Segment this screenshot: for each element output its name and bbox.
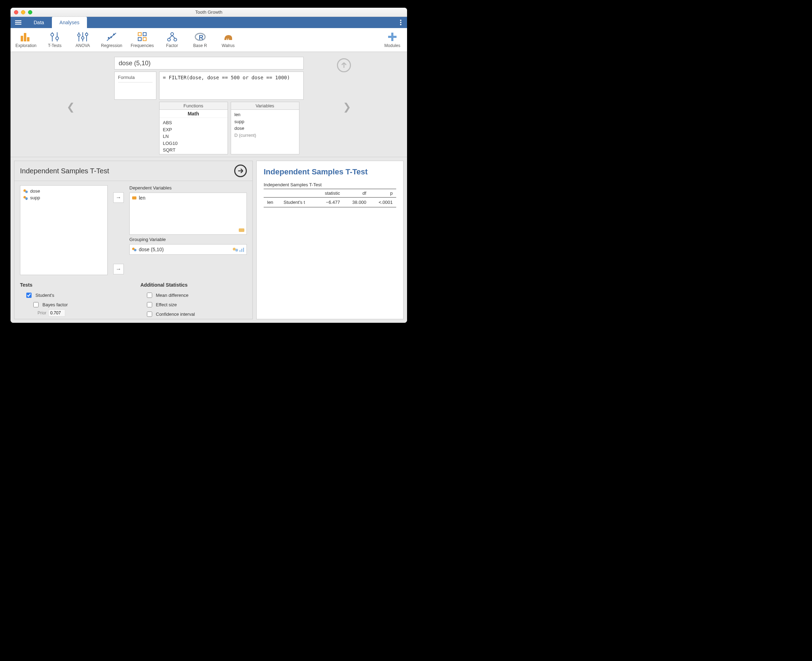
nominal-text-icon: a bbox=[23, 195, 28, 200]
svg-point-3 bbox=[400, 20, 401, 21]
results-table-title: Independent Samples T-Test bbox=[264, 182, 396, 187]
svg-point-21 bbox=[110, 36, 112, 38]
col-df: df bbox=[344, 189, 370, 198]
tool-anova[interactable]: ANOVA bbox=[73, 32, 92, 48]
nominal-icon bbox=[23, 189, 28, 194]
main-menu-button[interactable] bbox=[11, 17, 26, 28]
svg-line-30 bbox=[169, 35, 172, 38]
tool-baser[interactable]: R Base R bbox=[190, 32, 210, 48]
tab-analyses[interactable]: Analyses bbox=[52, 17, 87, 28]
check-meandiff[interactable]: Mean difference bbox=[140, 291, 247, 300]
variable-item[interactable]: supp bbox=[234, 118, 296, 125]
students-checkbox[interactable] bbox=[26, 292, 32, 298]
meandiff-checkbox[interactable] bbox=[147, 292, 152, 298]
svg-rect-51 bbox=[243, 248, 244, 252]
results-heading: Independent Samples T-Test bbox=[264, 168, 396, 176]
formula-code-input[interactable]: = FILTER(dose, dose == 500 or dose == 10… bbox=[159, 72, 304, 100]
tool-frequencies[interactable]: Frequencies bbox=[131, 32, 154, 48]
svg-point-47 bbox=[233, 248, 236, 251]
grouping-variable-slot[interactable]: dose (5,10) bbox=[129, 244, 247, 255]
svg-rect-1 bbox=[15, 22, 21, 23]
prev-variable-button[interactable]: ❮ bbox=[67, 101, 75, 113]
variable-name-input[interactable]: dose (5,10) bbox=[114, 57, 304, 69]
function-item[interactable]: EXP bbox=[163, 126, 224, 133]
prior-input[interactable] bbox=[48, 310, 65, 316]
analysis-toolbar: Exploration T-Tests ANOVA Regression bbox=[11, 28, 407, 52]
function-item[interactable]: LN bbox=[163, 133, 224, 140]
function-item[interactable]: ABS bbox=[163, 119, 224, 126]
zoom-window-button[interactable] bbox=[28, 10, 32, 14]
dependent-variables-slot[interactable]: len bbox=[129, 193, 247, 235]
svg-rect-7 bbox=[24, 33, 26, 42]
ribbon-tabs: Data Analyses bbox=[11, 17, 407, 28]
check-effsize[interactable]: Effect size bbox=[140, 300, 247, 310]
svg-point-29 bbox=[174, 38, 177, 41]
move-to-grouping-button[interactable]: → bbox=[113, 264, 124, 275]
bar-chart-icon bbox=[20, 32, 32, 42]
anova-icon bbox=[77, 32, 89, 42]
continuous-type-icon bbox=[239, 227, 244, 233]
move-to-dependent-button[interactable]: → bbox=[113, 192, 124, 203]
check-students[interactable]: Student's bbox=[20, 291, 127, 300]
variable-item[interactable]: dose bbox=[234, 125, 296, 132]
effsize-checkbox[interactable] bbox=[147, 302, 152, 307]
variables-panel: Variables len supp dose D (current) bbox=[231, 102, 299, 154]
svg-point-28 bbox=[167, 38, 170, 41]
col-p: p bbox=[370, 189, 396, 198]
check-bayes[interactable]: Bayes factor bbox=[20, 300, 127, 310]
function-item[interactable]: LOG10 bbox=[163, 140, 224, 147]
svg-rect-0 bbox=[15, 20, 21, 21]
svg-point-20 bbox=[108, 37, 110, 38]
variables-header: Variables bbox=[231, 102, 299, 110]
function-item[interactable]: SQRT bbox=[163, 147, 224, 154]
table-row: len Student's t −6.477 38.000 <.0001 bbox=[264, 198, 396, 208]
collapse-editor-button[interactable] bbox=[337, 58, 351, 72]
source-variables-list[interactable]: dose a supp bbox=[20, 185, 108, 275]
svg-point-5 bbox=[400, 24, 401, 25]
tool-ttests[interactable]: T-Tests bbox=[45, 32, 65, 48]
close-window-button[interactable] bbox=[14, 10, 18, 14]
app-window: Tooth Growth Data Analyses Exploration bbox=[11, 8, 407, 323]
options-title: Independent Samples T-Test bbox=[20, 167, 109, 175]
overflow-menu-button[interactable] bbox=[395, 17, 407, 28]
next-variable-button[interactable]: ❯ bbox=[343, 101, 351, 113]
svg-rect-6 bbox=[21, 36, 23, 42]
svg-rect-35 bbox=[228, 38, 229, 41]
addl-stats-header: Additional Statistics bbox=[140, 282, 247, 288]
run-analysis-button[interactable] bbox=[234, 164, 247, 177]
functions-header: Functions bbox=[159, 102, 228, 110]
tab-data[interactable]: Data bbox=[26, 17, 52, 28]
functions-panel: Functions Math ABS EXP LN LOG10 SQRT bbox=[159, 102, 228, 154]
minimize-window-button[interactable] bbox=[21, 10, 25, 14]
tests-header: Tests bbox=[20, 282, 127, 288]
svg-point-22 bbox=[113, 34, 115, 35]
tool-exploration[interactable]: Exploration bbox=[16, 32, 37, 48]
svg-point-17 bbox=[82, 37, 84, 39]
tool-modules[interactable]: Modules bbox=[382, 32, 402, 48]
check-ci[interactable]: Confidence interval bbox=[140, 310, 247, 319]
formula-mode-label: Formula bbox=[114, 72, 156, 100]
tool-regression[interactable]: Regression bbox=[101, 32, 123, 48]
svg-rect-8 bbox=[27, 37, 29, 42]
ci-checkbox[interactable] bbox=[147, 311, 152, 317]
col-statistic: statistic bbox=[315, 189, 343, 198]
svg-point-11 bbox=[51, 34, 54, 36]
factor-icon bbox=[166, 32, 178, 42]
svg-rect-49 bbox=[239, 250, 240, 252]
svg-rect-44 bbox=[239, 228, 244, 232]
list-item[interactable]: dose bbox=[22, 188, 105, 194]
svg-point-46 bbox=[134, 249, 136, 251]
svg-point-12 bbox=[56, 37, 59, 40]
regression-icon bbox=[105, 32, 118, 42]
list-item[interactable]: a supp bbox=[22, 194, 105, 201]
svg-point-48 bbox=[235, 249, 238, 252]
svg-rect-2 bbox=[15, 24, 21, 25]
tool-factor[interactable]: Factor bbox=[162, 32, 182, 48]
svg-rect-25 bbox=[138, 38, 141, 41]
tool-walrus[interactable]: Walrus bbox=[218, 32, 238, 48]
variable-item[interactable]: len bbox=[234, 111, 296, 118]
svg-rect-43 bbox=[132, 196, 136, 200]
plus-icon bbox=[386, 32, 398, 42]
bayes-checkbox[interactable] bbox=[33, 302, 38, 307]
svg-rect-34 bbox=[226, 38, 227, 41]
